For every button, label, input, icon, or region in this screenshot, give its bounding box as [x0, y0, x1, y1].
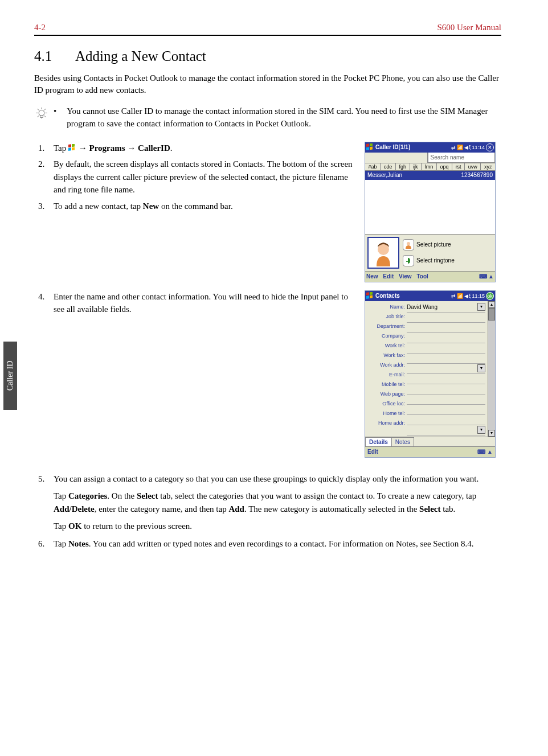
label-work-tel: Work tel: [365, 341, 405, 351]
start-icon[interactable] [366, 292, 374, 300]
label-home-tel: Home tel: [365, 409, 405, 418]
work-fax-field[interactable] [407, 354, 485, 364]
svg-rect-21 [366, 292, 369, 295]
note-block: • You cannot use Caller ID to manage the… [34, 105, 501, 130]
scroll-thumb[interactable] [488, 308, 495, 321]
ringtone-icon [403, 255, 414, 266]
svg-line-7 [38, 116, 39, 117]
label-company: Company: [365, 331, 405, 341]
clock-time: 11:14 [472, 145, 485, 150]
step-1: Tap → Programs → CallerID. [47, 142, 353, 155]
job-title-field[interactable] [407, 313, 485, 323]
contact-name: Messer,Julian [367, 172, 402, 178]
select-ringtone-row[interactable]: Select ringtone [403, 255, 493, 266]
step-4: Enter the name and other contact informa… [47, 290, 353, 316]
contact-row-selected[interactable]: Messer,Julian 1234567890 [365, 171, 495, 180]
alpha-tab[interactable]: opq [437, 163, 452, 170]
speaker-icon[interactable]: ◀ξ [464, 293, 471, 299]
contact-number: 1234567890 [461, 172, 493, 178]
scroll-up-icon[interactable]: ▴ [488, 301, 495, 308]
signal-icon[interactable]: 📶 [457, 145, 463, 150]
label-email: E-mail: [365, 370, 405, 380]
alpha-tab[interactable]: #ab [365, 163, 381, 170]
edit-command[interactable]: Edit [367, 449, 378, 455]
scrollbar[interactable]: ▴ ▾ [488, 301, 495, 437]
up-arrow-icon[interactable]: ▲ [488, 273, 494, 280]
tab-details[interactable]: Details [365, 437, 392, 446]
chevron-down-icon[interactable]: ▾ [477, 364, 485, 372]
mobile-tel-field[interactable] [407, 384, 485, 395]
step-5: You can assign a contact to a category s… [47, 472, 501, 533]
view-command[interactable]: View [399, 273, 412, 280]
chevron-down-icon[interactable]: ▾ [477, 303, 485, 311]
home-tel-field[interactable] [407, 415, 485, 425]
page-number: 4-2 [34, 23, 46, 32]
scroll-down-icon[interactable]: ▾ [488, 430, 495, 437]
svg-rect-22 [370, 292, 373, 295]
label-work-addr: Work addr: [365, 360, 405, 370]
step-2: By default, the screen displays all cont… [47, 158, 353, 196]
keyboard-icon[interactable]: ⌨ [479, 273, 487, 280]
side-tab: Caller ID [3, 342, 17, 410]
office-loc-field[interactable] [407, 405, 485, 415]
svg-rect-12 [68, 147, 71, 151]
search-input[interactable]: Search name [428, 153, 496, 163]
screenshot-contacts-form: Contacts ⇄ 📶 ◀ξ 11:15 ok Name: Job title… [365, 290, 496, 458]
start-icon[interactable] [366, 143, 374, 151]
connectivity-icon[interactable]: ⇄ [451, 145, 456, 150]
svg-point-0 [39, 110, 44, 116]
alpha-tab[interactable]: lmn [422, 163, 437, 170]
chevron-down-icon[interactable]: ▾ [477, 426, 485, 434]
keyboard-icon[interactable]: ⌨ [477, 449, 485, 455]
lightbulb-icon [34, 106, 49, 124]
alpha-tab[interactable]: rst [452, 163, 465, 170]
svg-point-20 [407, 242, 410, 245]
svg-rect-15 [370, 143, 373, 146]
label-office-loc: Office loc: [365, 399, 405, 409]
work-tel-field[interactable] [407, 343, 485, 354]
window-title: Caller ID[1/1] [375, 144, 410, 150]
alpha-tab[interactable]: cde [381, 163, 396, 170]
select-picture-row[interactable]: Select picture [403, 239, 493, 250]
name-field[interactable]: David Wang▾ [407, 302, 485, 313]
svg-rect-17 [370, 146, 373, 150]
clock-time: 11:15 [472, 293, 485, 299]
ok-button[interactable]: ok [486, 292, 494, 300]
alpha-tab[interactable]: fgh [396, 163, 410, 170]
note-bullet: • [54, 106, 56, 116]
signal-icon[interactable]: 📶 [457, 293, 463, 299]
web-page-field[interactable] [407, 395, 485, 405]
svg-rect-14 [366, 143, 369, 147]
up-arrow-icon[interactable]: ▲ [487, 449, 493, 455]
svg-rect-13 [72, 147, 75, 150]
new-command[interactable]: New [366, 273, 378, 280]
close-icon[interactable]: ✕ [486, 143, 494, 151]
department-field[interactable] [407, 323, 485, 333]
svg-rect-16 [366, 147, 369, 150]
step-3: To add a new contact, tap New on the com… [47, 200, 353, 213]
work-addr-field[interactable]: ▾ [407, 364, 485, 374]
email-field[interactable] [407, 374, 485, 384]
alpha-tab[interactable]: xyz [481, 163, 495, 170]
speaker-icon[interactable]: ◀ξ [464, 145, 471, 150]
home-addr-field[interactable]: ▾ [407, 425, 485, 435]
edit-command[interactable]: Edit [383, 273, 394, 280]
note-text: You cannot use Caller ID to manage the c… [67, 105, 501, 130]
alpha-tab[interactable]: ijk [410, 163, 422, 170]
intro-paragraph: Besides using Contacts in Pocket Outlook… [34, 72, 501, 96]
tab-notes[interactable]: Notes [391, 437, 414, 446]
windows-flag-icon [68, 144, 76, 152]
svg-line-5 [38, 109, 39, 110]
connectivity-icon[interactable]: ⇄ [451, 293, 456, 299]
page-header: 4-2 S600 User Manual [34, 23, 501, 36]
tool-command[interactable]: Tool [416, 273, 428, 280]
svg-rect-24 [370, 295, 373, 298]
company-field[interactable] [407, 333, 485, 343]
label-web-page: Web page: [365, 389, 405, 399]
svg-line-8 [44, 116, 46, 117]
label-home-addr: Home addr: [365, 418, 405, 428]
alpha-tab[interactable]: uvw [465, 163, 481, 170]
caller-picture-preview [367, 237, 399, 269]
alpha-filter-row[interactable]: #ab cde fgh ijk lmn opq rst uvw xyz [365, 163, 495, 171]
label-department: Department: [365, 322, 405, 331]
